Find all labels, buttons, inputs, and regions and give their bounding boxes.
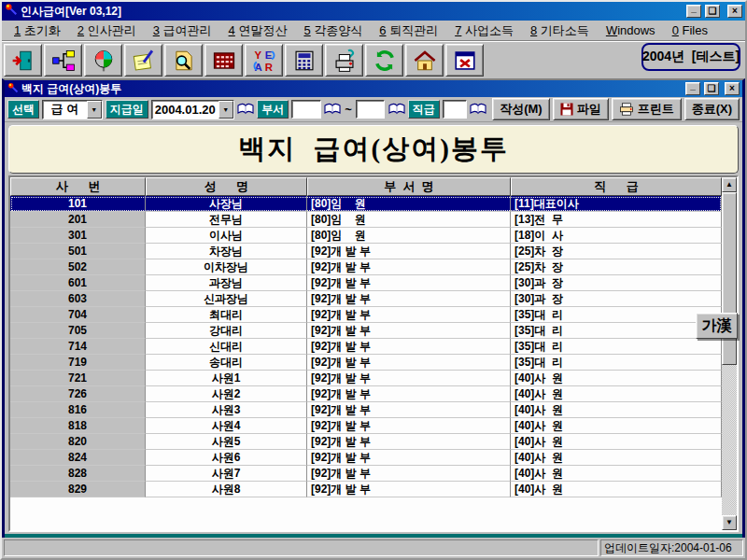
chevron-down-icon[interactable]: ▼ bbox=[87, 101, 102, 119]
table-row[interactable]: 704 최대리 [92]개 발 부 [35]대 리 bbox=[10, 307, 722, 323]
table-row[interactable]: 721 사원1 [92]개 발 부 [40]사 원 bbox=[10, 371, 722, 386]
close-button[interactable]: × bbox=[727, 5, 742, 18]
table-row[interactable]: 824 사원6 [92]개 발 부 [40]사 원 bbox=[10, 450, 722, 466]
minimize-button[interactable]: _ bbox=[686, 5, 701, 18]
year-badge: 2004년 [테스트] bbox=[641, 43, 740, 71]
svg-text:R: R bbox=[264, 62, 272, 73]
table-row[interactable]: 502 이차장님 [92]개 발 부 [25]차 장 bbox=[10, 259, 722, 275]
pay-type-combobox[interactable]: 급 여 ▼ bbox=[42, 100, 103, 119]
child-window-titlebar: 백지 급여(상여)봉투 _ ❏ × bbox=[5, 80, 742, 97]
cell-name: 사원3 bbox=[146, 402, 307, 418]
cell-rank: [40]사 원 bbox=[511, 450, 722, 466]
cell-dept: [92]개 발 부 bbox=[307, 482, 511, 497]
vertical-scrollbar[interactable]: ▲ ▼ bbox=[722, 177, 737, 530]
memo-button[interactable] bbox=[124, 44, 162, 77]
cell-name: 사원7 bbox=[146, 466, 307, 482]
org-chart-button[interactable] bbox=[44, 44, 82, 77]
exit-button[interactable]: 종료(X) bbox=[684, 98, 740, 120]
paydate-combobox[interactable]: 2004.01.20 ▼ bbox=[151, 100, 234, 119]
table-row[interactable]: 719 송대리 [92]개 발 부 [35]대 리 bbox=[10, 355, 722, 371]
menu-item[interactable]: 1 초기화 bbox=[6, 21, 69, 41]
ime-indicator[interactable]: 가漢 bbox=[696, 313, 738, 339]
menu-item[interactable]: 7 사업소득 bbox=[446, 21, 522, 41]
scrollbar-thumb[interactable] bbox=[722, 192, 737, 365]
range-tilde: ~ bbox=[344, 103, 353, 117]
child-close-button[interactable]: × bbox=[725, 82, 740, 95]
table-row[interactable]: 726 사원2 [92]개 발 부 [40]사 원 bbox=[10, 386, 722, 402]
col-header-name[interactable]: 성 명 bbox=[146, 177, 307, 196]
printer-setup-button[interactable] bbox=[325, 44, 363, 77]
table-row[interactable]: 501 차장님 [92]개 발 부 [25]차 장 bbox=[10, 244, 722, 259]
lookup-book-icon[interactable] bbox=[470, 101, 486, 118]
table-row[interactable]: 101 사장님 [80]임 원 [11]대표이사 bbox=[10, 196, 722, 212]
table-button[interactable] bbox=[204, 44, 243, 77]
cell-name: 사원1 bbox=[146, 371, 307, 386]
cell-empno: 726 bbox=[10, 386, 146, 402]
file-button[interactable]: 파일 bbox=[553, 98, 609, 120]
table-row[interactable]: 820 사원5 [92]개 발 부 [40]사 원 bbox=[10, 434, 722, 450]
lookup-book-icon[interactable] bbox=[324, 101, 341, 118]
app-icon[interactable] bbox=[5, 3, 18, 20]
col-header-dept[interactable]: 부 서 명 bbox=[307, 177, 511, 196]
cell-dept: [92]개 발 부 bbox=[307, 323, 511, 339]
menu-item[interactable]: Windows bbox=[598, 21, 664, 39]
cell-rank: [18]이 사 bbox=[511, 228, 722, 244]
cell-dept: [92]개 발 부 bbox=[307, 386, 511, 402]
svg-text:Y: Y bbox=[254, 49, 261, 61]
menu-item[interactable]: 0 Files bbox=[664, 21, 716, 39]
restore-button[interactable]: ❏ bbox=[705, 5, 720, 18]
dept-to-input[interactable] bbox=[356, 100, 386, 119]
child-maximize-button[interactable]: ❏ bbox=[704, 82, 719, 95]
menu-item[interactable]: 4 연말정산 bbox=[220, 21, 296, 41]
table-row[interactable]: 829 사원8 [92]개 발 부 [40]사 원 bbox=[10, 482, 722, 497]
cell-name: 사원2 bbox=[146, 386, 307, 402]
printer-icon bbox=[619, 103, 634, 116]
year-change-button[interactable]: Y E A R bbox=[245, 44, 283, 77]
cell-rank: [35]대 리 bbox=[511, 339, 722, 355]
menu-item[interactable]: 3 급여관리 bbox=[145, 21, 220, 41]
table-row[interactable]: 828 사원7 [92]개 발 부 [40]사 원 bbox=[10, 466, 722, 482]
child-window-icon[interactable] bbox=[7, 80, 19, 97]
search-button[interactable] bbox=[164, 44, 203, 77]
table-row[interactable]: 201 전무님 [80]임 원 [13]전 무 bbox=[10, 212, 722, 228]
scroll-down-icon[interactable]: ▼ bbox=[722, 515, 737, 530]
exit-toolbar-button[interactable] bbox=[4, 44, 42, 77]
window-bottom-edge bbox=[5, 534, 742, 538]
table-row[interactable]: 816 사원3 [92]개 발 부 [40]사 원 bbox=[10, 402, 722, 418]
table-row[interactable]: 603 신과장님 [92]개 발 부 [30]과 장 bbox=[10, 291, 722, 307]
cell-empno: 601 bbox=[10, 275, 146, 291]
dept-from-input[interactable] bbox=[291, 100, 321, 119]
table-row[interactable]: 818 사원4 [92]개 발 부 [40]사 원 bbox=[10, 418, 722, 434]
cell-dept: [80]임 원 bbox=[307, 228, 511, 244]
cell-name: 이차장님 bbox=[146, 259, 307, 275]
menu-item[interactable]: 6 퇴직관리 bbox=[371, 21, 446, 41]
calculator-button[interactable] bbox=[285, 44, 323, 77]
table-row[interactable]: 705 강대리 [92]개 발 부 [35]대 리 bbox=[10, 323, 722, 339]
close-window-button[interactable] bbox=[445, 44, 484, 77]
lookup-book-icon[interactable] bbox=[388, 101, 404, 118]
personnel-button[interactable] bbox=[84, 44, 122, 77]
menu-item[interactable]: 5 각종양식 bbox=[295, 21, 371, 41]
scroll-up-icon[interactable]: ▲ bbox=[722, 177, 737, 192]
menu-item[interactable]: 8 기타소득 bbox=[522, 21, 598, 41]
lookup-book-icon[interactable] bbox=[237, 101, 254, 118]
cell-dept: [80]임 원 bbox=[307, 212, 511, 228]
col-header-empno[interactable]: 사 번 bbox=[10, 177, 146, 196]
table-row[interactable]: 714 신대리 [92]개 발 부 [35]대 리 bbox=[10, 339, 722, 355]
child-minimize-button[interactable]: _ bbox=[685, 82, 700, 95]
col-header-rank[interactable]: 직 급 bbox=[511, 177, 722, 196]
table-row[interactable]: 301 이사님 [80]임 원 [18]이 사 bbox=[10, 228, 722, 244]
refresh-button[interactable] bbox=[365, 44, 403, 77]
print-button[interactable]: 프린트 bbox=[612, 98, 682, 120]
make-button[interactable]: 작성(M) bbox=[492, 98, 550, 120]
mdi-window: 백지 급여(상여)봉투 _ ❏ × 선택 급 여 ▼ 지급일 2004.01.2… bbox=[2, 78, 745, 538]
chevron-down-icon[interactable]: ▼ bbox=[218, 101, 233, 119]
menu-item[interactable]: 2 인사관리 bbox=[69, 21, 145, 41]
rank-input[interactable] bbox=[443, 100, 467, 119]
table-row[interactable]: 601 과장님 [92]개 발 부 [30]과 장 bbox=[10, 275, 722, 291]
memo-icon bbox=[132, 49, 156, 73]
cell-name: 강대리 bbox=[146, 323, 307, 339]
home-button[interactable] bbox=[405, 44, 444, 77]
scrollbar-track[interactable] bbox=[722, 365, 737, 515]
year-change-icon: Y E A R bbox=[252, 49, 276, 73]
